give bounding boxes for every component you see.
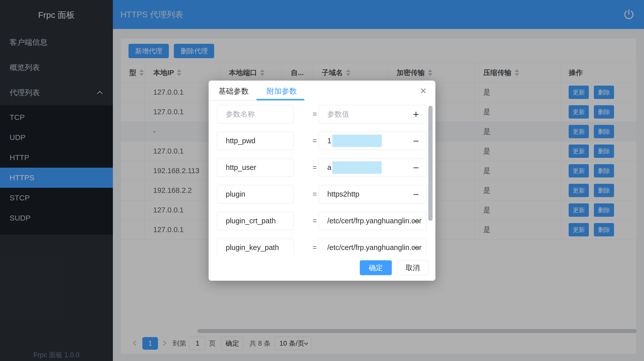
edit-proxy-dialog: 基础参数 附加参数 ✕ 参数名称 = 参数值 + http_pwd = 1 − (209, 81, 435, 281)
param-row: http_pwd = 1 − (209, 132, 435, 150)
redaction-highlight (332, 135, 382, 147)
add-param-icon[interactable]: + (411, 109, 421, 120)
dialog-scrollbar[interactable] (428, 106, 433, 221)
frpc-panel-app: Frpc 面板 客户端信息 概览列表 代理列表 TCP UDP HTTP HTT… (0, 0, 644, 361)
equals-label: = (310, 158, 319, 177)
param-name-input[interactable]: plugin (217, 185, 294, 203)
param-value-input[interactable]: a − (318, 158, 426, 177)
close-icon[interactable]: ✕ (420, 87, 427, 95)
remove-param-icon[interactable]: − (411, 215, 421, 227)
remove-param-icon[interactable]: − (411, 162, 421, 173)
tab-basic-params[interactable]: 基础参数 (218, 86, 249, 96)
dialog-tabs: 基础参数 附加参数 (209, 81, 435, 100)
param-name-input[interactable]: http_user (217, 158, 294, 177)
dialog-body: 参数名称 = 参数值 + http_pwd = 1 − http_user = … (209, 100, 435, 255)
remove-param-icon[interactable]: − (411, 242, 421, 254)
redaction-highlight (332, 161, 382, 174)
param-row: http_user = a − (209, 158, 435, 177)
param-value-input[interactable]: 1 − (318, 132, 426, 150)
confirm-button[interactable]: 确定 (360, 260, 392, 275)
equals-label: = (310, 212, 319, 230)
equals-label: = (310, 238, 319, 255)
tab-extra-params[interactable]: 附加参数 (267, 86, 297, 96)
param-value-input[interactable]: /etc/cert/frp.yanghuanglin.cor − (318, 238, 426, 255)
param-row: plugin_crt_path = /etc/cert/frp.yanghuan… (209, 212, 435, 230)
equals-label: = (310, 132, 319, 150)
param-value-input[interactable]: 参数值 + (318, 105, 426, 123)
param-add-row: 参数名称 = 参数值 + (209, 105, 435, 123)
param-value-input[interactable]: https2http − (318, 185, 426, 203)
equals-label: = (310, 185, 319, 203)
remove-param-icon[interactable]: − (411, 135, 421, 147)
equals-label: = (310, 105, 319, 123)
remove-param-icon[interactable]: − (411, 189, 421, 200)
param-name-input[interactable]: plugin_crt_path (217, 212, 294, 230)
param-row: plugin_key_path = /etc/cert/frp.yanghuan… (209, 238, 435, 255)
param-name-input[interactable]: plugin_key_path (217, 238, 294, 255)
param-row: plugin = https2http − (209, 185, 435, 203)
param-value-input[interactable]: /etc/cert/frp.yanghuanglin.cor − (318, 212, 426, 230)
cancel-button[interactable]: 取消 (397, 260, 428, 275)
param-name-input[interactable]: http_pwd (217, 132, 294, 150)
param-name-input[interactable]: 参数名称 (217, 105, 294, 123)
